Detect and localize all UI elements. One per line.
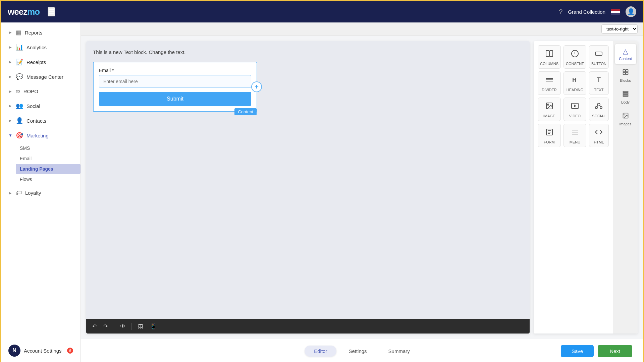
svg-rect-5 — [595, 52, 602, 55]
svg-point-12 — [547, 104, 549, 105]
side-tab-label-images: Images — [619, 122, 631, 126]
expand-icon: ► — [8, 74, 12, 79]
sidebar-item-social[interactable]: ► 👥 Social — [3, 99, 78, 113]
tab-editor[interactable]: Editor — [305, 346, 336, 357]
svg-rect-32 — [623, 93, 628, 94]
sidebar-label-analytics: Analytics — [26, 45, 47, 50]
block-heading[interactable]: H HEADING — [564, 71, 586, 95]
side-tabs: △ Content Blocks — [613, 41, 638, 334]
image-icon — [545, 102, 553, 112]
reports-icon: ▦ — [16, 29, 21, 36]
expand-icon: ► — [8, 45, 12, 50]
submit-button[interactable]: Submit — [99, 92, 251, 106]
sidebar-item-marketing[interactable]: ▼ 🎯 Marketing — [3, 128, 78, 142]
tab-settings[interactable]: Settings — [339, 346, 376, 357]
email-input[interactable] — [99, 75, 251, 88]
hamburger-button[interactable]: ☰ — [48, 7, 55, 16]
block-label-button: BUTTON — [591, 62, 606, 66]
sidebar-sub-email[interactable]: Email — [16, 154, 80, 164]
side-tab-content[interactable]: △ Content — [615, 44, 636, 64]
ropo-icon: ∞ — [16, 88, 20, 95]
toolbar-divider-2 — [131, 323, 132, 330]
collapse-icon: ▼ — [8, 133, 12, 138]
svg-rect-27 — [623, 70, 625, 72]
next-button[interactable]: Next — [598, 345, 632, 357]
expand-icon: ► — [8, 104, 12, 108]
content-tab-icon: △ — [623, 47, 628, 55]
sidebar-sub-flows[interactable]: Flows — [16, 174, 80, 184]
toolbar-divider — [114, 323, 114, 330]
svg-rect-30 — [626, 72, 628, 75]
sidebar-label-loyalty: Loyalty — [25, 190, 41, 196]
block-label-video: VIDEO — [569, 114, 581, 118]
user-avatar[interactable]: 👤 — [626, 6, 636, 17]
contacts-icon: 👤 — [16, 117, 23, 124]
sidebar-label-ropo: ROPO — [23, 88, 38, 94]
side-tab-blocks[interactable]: Blocks — [615, 65, 636, 86]
expand-icon: ► — [8, 89, 12, 94]
main-layout: ► ▦ Reports ► 📊 Analytics ► 📝 Receipts ►… — [1, 22, 643, 362]
text-block[interactable]: This is a new Text block. Change the tex… — [93, 48, 523, 56]
content-area: text-to-right text-to-left This is a new… — [81, 22, 643, 362]
save-button[interactable]: Save — [561, 345, 594, 357]
block-columns[interactable]: COLUMNS — [538, 45, 561, 69]
block-divider[interactable]: DIVIDER — [538, 71, 561, 95]
block-label-heading: HEADING — [567, 88, 583, 92]
svg-rect-0 — [546, 51, 549, 57]
columns-icon — [545, 50, 553, 60]
block-social[interactable]: SOCIAL — [589, 98, 609, 121]
svg-rect-1 — [550, 51, 553, 57]
block-consent[interactable]: CONSENT — [564, 45, 586, 69]
collection-name: Grand Collection — [568, 9, 605, 15]
block-label-divider: DIVIDER — [542, 88, 557, 92]
block-image[interactable]: IMAGE — [538, 98, 561, 121]
redo-button[interactable]: ↷ — [101, 322, 110, 331]
side-tab-images[interactable]: Images — [615, 109, 636, 129]
add-block-button[interactable]: + — [251, 81, 262, 92]
sidebar-item-reports[interactable]: ► ▦ Reports — [3, 25, 78, 40]
page-canvas: This is a new Text block. Change the tex… — [86, 41, 530, 334]
sidebar-item-message-center[interactable]: ► 💬 Message Center — [3, 70, 78, 84]
text-direction-select[interactable]: text-to-right text-to-left — [601, 24, 638, 34]
sidebar-label-contacts: Contacts — [26, 118, 46, 124]
block-label-social: SOCIAL — [592, 114, 605, 118]
svg-line-18 — [597, 105, 598, 107]
side-tab-label-content: Content — [619, 57, 632, 61]
social-icon: 👥 — [16, 102, 23, 110]
header-right: ? Grand Collection 👤 — [559, 6, 636, 17]
help-icon[interactable]: ? — [559, 8, 562, 16]
mobile-view-button[interactable]: 📱 — [148, 322, 159, 331]
block-text[interactable]: T TEXT — [589, 71, 609, 95]
undo-button[interactable]: ↶ — [90, 322, 99, 331]
sidebar-label-reports: Reports — [25, 30, 43, 36]
sidebar-sub-sms[interactable]: SMS — [16, 143, 80, 153]
sidebar-item-account-settings[interactable]: N Account Settings 6 — [3, 341, 78, 360]
video-icon — [571, 102, 579, 112]
canvas-inner: This is a new Text block. Change the tex… — [86, 41, 530, 319]
marketing-submenu: SMS Email Landing Pages Flows — [16, 143, 80, 185]
tab-summary[interactable]: Summary — [379, 346, 419, 357]
block-html[interactable]: HTML — [589, 124, 609, 147]
side-tab-body[interactable]: Body — [615, 87, 636, 108]
sidebar-item-analytics[interactable]: ► 📊 Analytics — [3, 40, 78, 54]
block-video[interactable]: VIDEO — [564, 98, 586, 121]
receipts-icon: 📝 — [16, 58, 23, 66]
editor-wrapper: This is a new Text block. Change the tex… — [81, 36, 643, 339]
preview-button[interactable]: 👁 — [118, 322, 127, 331]
sidebar: ► ▦ Reports ► 📊 Analytics ► 📝 Receipts ►… — [1, 22, 81, 362]
block-menu[interactable]: MENU — [564, 124, 586, 147]
body-tab-icon — [622, 90, 629, 99]
social-block-icon — [595, 102, 603, 112]
block-label-image: IMAGE — [543, 114, 555, 118]
sidebar-sub-landing-pages[interactable]: Landing Pages — [16, 164, 80, 174]
sidebar-item-contacts[interactable]: ► 👤 Contacts — [3, 114, 78, 128]
sidebar-item-ropo[interactable]: ► ∞ ROPO — [3, 84, 78, 98]
block-form[interactable]: FORM — [538, 124, 561, 147]
canvas-toolbar: ↶ ↷ 👁 🖼 📱 — [86, 319, 530, 334]
divider-icon — [545, 76, 553, 86]
sidebar-item-loyalty[interactable]: ► 🏷 Loyalty — [3, 186, 78, 200]
sidebar-item-receipts[interactable]: ► 📝 Receipts — [3, 55, 78, 69]
button-icon — [595, 50, 603, 60]
desktop-view-button[interactable]: 🖼 — [136, 322, 145, 331]
block-button[interactable]: BUTTON — [589, 45, 609, 69]
